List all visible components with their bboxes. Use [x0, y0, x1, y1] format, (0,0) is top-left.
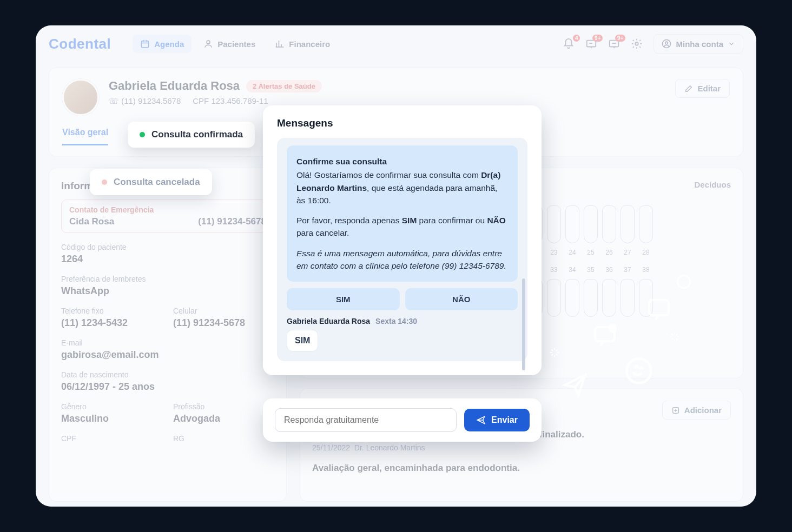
- bubble-footnote: Essa é uma mensagem automática, para dúv…: [296, 247, 508, 272]
- svg-point-8: [677, 275, 690, 288]
- messages-modal: Mensagens Confirme sua consulta Olá! Gos…: [263, 105, 542, 375]
- status-label: Consulta confirmada: [151, 129, 243, 140]
- message-bubble: Confirme sua consulta Olá! Gostaríamos d…: [287, 145, 518, 282]
- status-dot-icon: [140, 132, 145, 137]
- bubble-title: Confirme sua consulta: [296, 155, 508, 168]
- paper-plane-icon: [562, 371, 589, 398]
- svg-point-12: [627, 359, 651, 383]
- send-label: Enviar: [491, 415, 518, 425]
- status-pill-canceled: Consulta cancelada: [90, 169, 212, 195]
- chat-square-icon: [646, 296, 672, 322]
- circle-icon: [676, 274, 691, 289]
- whatsapp-icon: [624, 356, 654, 385]
- sender-name: Gabriela Eduarda Rosa: [287, 317, 370, 325]
- sender-time: Sexta 14:30: [375, 317, 417, 325]
- send-button[interactable]: Enviar: [464, 409, 530, 431]
- reply-nao-button[interactable]: NÃO: [405, 288, 518, 310]
- sender-row: Gabriela Eduarda Rosa Sexta 14:30: [287, 317, 518, 325]
- svg-point-11: [609, 325, 616, 331]
- comment-dot-icon: [592, 322, 618, 348]
- reply-bubble: SIM: [287, 330, 318, 351]
- sparkle-icon: [549, 347, 560, 358]
- reply-sim-button[interactable]: SIM: [287, 288, 400, 310]
- status-dot-icon: [102, 179, 107, 185]
- reply-bar: Enviar: [263, 398, 542, 442]
- send-icon: [476, 415, 486, 425]
- status-pill-confirmed: Consulta confirmada: [128, 122, 255, 148]
- messages-title: Mensagens: [277, 117, 527, 129]
- svg-rect-9: [649, 300, 669, 315]
- bubble-text: Olá! Gostaríamos de confirmar sua consul…: [296, 169, 508, 207]
- sparkle-icon: [669, 331, 681, 343]
- chat-area: Confirme sua consulta Olá! Gostaríamos d…: [277, 138, 527, 361]
- reply-input[interactable]: [275, 408, 457, 432]
- bubble-text: Por favor, responda apenas SIM para conf…: [296, 214, 508, 240]
- status-label: Consulta cancelada: [114, 177, 200, 188]
- scrollbar-thumb[interactable]: [522, 278, 525, 370]
